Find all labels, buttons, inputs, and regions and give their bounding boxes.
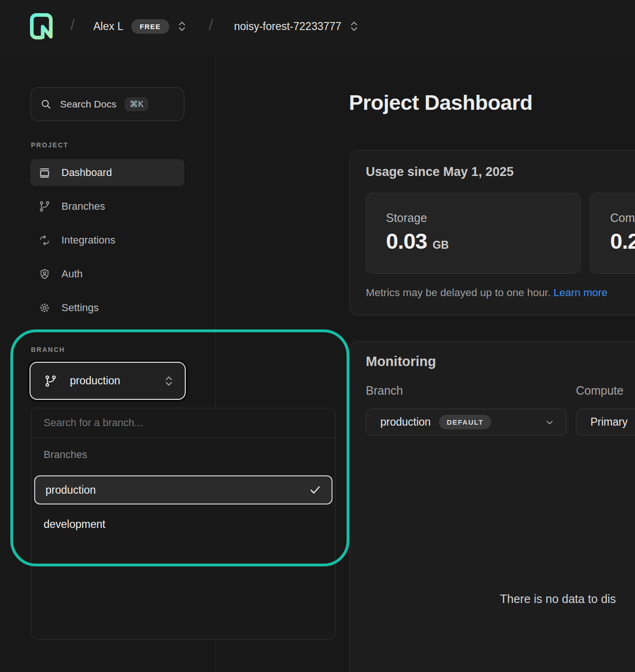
topbar: / Alex L FREE / noisy-forest-72233777 [0,0,635,55]
auth-shield-icon [39,268,50,280]
chevron-up-down-icon [177,20,187,32]
monitoring-branch-value: production [380,416,431,428]
breadcrumb-separator: / [209,15,213,34]
neon-console-page: { "colors": { "background": "#181818", "… [0,0,635,672]
sidebar-item-label: Auth [61,268,83,280]
project-section-label: PROJECT [31,141,68,149]
check-icon [309,484,321,496]
usage-footnote: Metrics may be delayed up to one hour. L… [366,287,607,299]
integrations-icon [39,235,50,246]
sidebar-item-branches[interactable]: Branches [30,193,184,220]
sidebar-item-auth[interactable]: Auth [30,260,184,287]
branch-section-label: BRANCH [31,346,65,353]
plan-badge: FREE [131,19,169,34]
branch-option-development[interactable]: development [31,510,335,538]
branch-search-input[interactable] [31,417,335,429]
branch-icon [39,201,50,212]
branch-icon [45,375,57,387]
compute-stat-value: 0.2 [610,228,635,254]
branch-option-label: production [45,484,96,496]
breadcrumb-separator: / [70,15,75,34]
org-switcher[interactable]: Alex L FREE [93,15,187,38]
monitoring-title: Monitoring [366,354,436,369]
monitoring-compute-select[interactable]: Primary [576,409,635,435]
chevron-down-icon [544,417,555,428]
learn-more-link[interactable]: Learn more [553,287,607,298]
monitoring-compute-label: Compute [576,384,623,397]
sidebar-item-label: Integrations [61,234,115,246]
usage-card-title: Usage since May 1, 2025 [366,165,514,179]
search-icon [40,99,52,110]
monitoring-compute-value: Primary [590,416,627,428]
neon-logo-icon[interactable] [30,13,55,40]
branch-selector[interactable]: production [30,362,186,400]
branch-group-label: Branches [44,448,323,461]
compute-stat-label: Com [610,211,635,225]
default-badge: DEFAULT [439,415,491,429]
org-name: Alex L [93,20,123,33]
monitoring-branch-select[interactable]: production DEFAULT [366,409,567,435]
storage-stat-value-row: 0.03 GB [386,228,449,254]
storage-stat-card: Storage 0.03 GB [366,193,581,274]
branch-option-production[interactable]: production [34,475,333,504]
usage-footnote-text: Metrics may be delayed up to one hour. [366,287,551,298]
sidebar-item-integrations[interactable]: Integrations [30,227,184,253]
sidebar-item-label: Settings [61,302,99,314]
dashboard-icon [39,167,50,178]
sidebar-nav: Dashboard Branches Integrations [30,159,184,328]
settings-gear-icon [39,302,50,313]
monitoring-branch-label: Branch [366,384,403,397]
branch-search-row [31,408,335,438]
storage-stat-label: Storage [386,211,427,225]
keyboard-shortcut-badge: ⌘K [125,97,148,111]
chevron-up-down-icon [164,375,174,387]
chevron-up-down-icon [349,20,359,32]
sidebar-item-dashboard[interactable]: Dashboard [30,159,184,186]
branch-option-label: development [44,518,106,531]
page-title: Project Dashboard [349,91,533,115]
storage-stat-unit: GB [432,239,449,252]
monitoring-empty-state: There is no data to dis [500,592,616,606]
project-switcher[interactable]: noisy-forest-72233777 [234,15,359,38]
search-docs-button[interactable]: Search Docs ⌘K [30,87,184,121]
monitoring-card: Monitoring Branch Compute production DEF… [349,341,635,672]
storage-stat-value: 0.03 [386,228,427,254]
sidebar-item-label: Branches [61,200,105,213]
sidebar-item-settings[interactable]: Settings [30,294,184,321]
branch-selector-value: production [70,374,120,387]
sidebar-item-label: Dashboard [61,167,112,179]
project-name: noisy-forest-72233777 [234,20,341,33]
compute-stat-value-row: 0.2 [610,228,635,254]
usage-card: Usage since May 1, 2025 Storage 0.03 GB … [349,150,635,315]
search-docs-label: Search Docs [60,99,116,110]
compute-stat-card: Com 0.2 [590,193,635,274]
branch-dropdown-panel: Branches production development [31,408,336,640]
